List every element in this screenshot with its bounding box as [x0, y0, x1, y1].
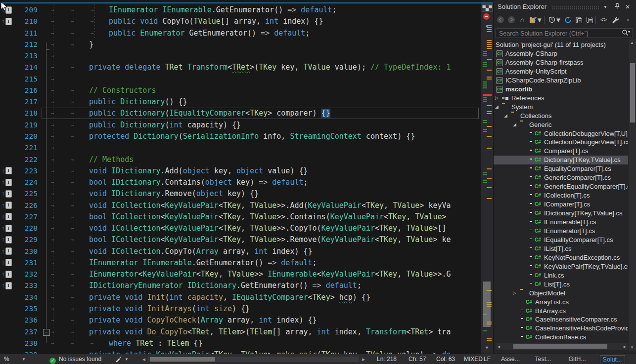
tree-item-collections[interactable]: ◢Collections — [494, 112, 628, 121]
hscrollbar-thumb[interactable] — [150, 357, 215, 362]
search-icon[interactable] — [622, 29, 633, 36]
view-code-icon[interactable]: <> — [598, 15, 608, 25]
code-line-238[interactable]: 238→→→where TRet : TElem {} — [0, 338, 481, 349]
tree-item-ienumerator-t-cs[interactable]: C#IEnumerator[T].cs — [494, 227, 628, 236]
collapse-arrow-icon[interactable]: ◢ — [504, 112, 507, 121]
code-line-218[interactable]: 218→→public Dictionary(IEqualityComparer… — [0, 108, 481, 119]
code-line-234[interactable]: 234→→private void Init(int capacity, IEq… — [0, 292, 481, 303]
tree-item-solution-project-gui-11-of-11-projects-[interactable]: Solution 'project-gui' (11 of 11 project… — [494, 40, 628, 49]
code-line-211[interactable]: 211→→→public Enumerator GetEnumerator() … — [0, 28, 481, 39]
tree-item-icsharpcode-sharpziplib[interactable]: C#ICSharpCode.SharpZipLib — [494, 76, 628, 85]
code-line-212[interactable]: 212→→} — [0, 39, 481, 50]
code-line-233[interactable]: ↑I233→→IDictionaryEnumerator IDictionary… — [0, 280, 481, 291]
tree-item-bitarray-cs[interactable]: C#BitArray.cs — [494, 307, 628, 316]
tree-item-generic[interactable]: ◢Generic — [494, 121, 628, 129]
code-line-227[interactable]: ↑I227→→bool ICollection<KeyValuePair<TKe… — [0, 211, 481, 223]
implements-gutter-icon[interactable]: ↑I — [1, 270, 12, 278]
tree-item-mscorlib[interactable]: C#mscorlib — [494, 85, 628, 94]
code-line-221[interactable]: 221→ — [0, 142, 481, 154]
file-health-error-icon[interactable] — [483, 13, 490, 20]
tree-scroll-down-arrow[interactable]: ▼ — [630, 345, 634, 350]
tree-item-caseinsensitivehashcodeprovider-cs[interactable]: C#CaseInsensitiveHashCodeProvider.cs — [494, 324, 628, 333]
tree-item-collectionbase-cs[interactable]: C#CollectionBase.cs — [494, 333, 628, 342]
implements-gutter-icon[interactable]: ↑I — [1, 247, 12, 255]
editor-hscrollbar[interactable] — [148, 357, 359, 362]
code-line-209[interactable]: ↑I209→→→IEnumerator IEnumerable.GetEnume… — [0, 4, 481, 16]
tree-item-ienumerable-t-cs[interactable]: C#IEnumerable[T].cs — [494, 218, 628, 227]
code-line-236[interactable]: 236→→private void CopyToCheck(Array arra… — [0, 315, 481, 326]
collapse-all-icon[interactable] — [574, 15, 584, 25]
implements-gutter-icon[interactable]: ↑I — [1, 178, 12, 186]
code-line-222[interactable]: 222→→// Methods — [0, 154, 481, 165]
code-line-214[interactable]: 214→→private delegate TRet Transform<TRe… — [0, 62, 481, 73]
code-line-232[interactable]: ↑I232→→IEnumerator<KeyValuePair<TKey, TV… — [0, 269, 481, 280]
tree-item-keynotfoundexception-cs[interactable]: C#KeyNotFoundException.cs — [494, 253, 628, 262]
tree-item-arraylist-cs[interactable]: C#ArrayList.cs — [494, 298, 628, 307]
tree-item-genericcomparer-t-cs[interactable]: C#GenericComparer[T].cs — [494, 173, 628, 182]
implements-gutter-icon[interactable]: ↑I — [1, 259, 12, 267]
tree-item-assembly-csharp-firstpass[interactable]: C#Assembly-CSharp-firstpass — [494, 58, 628, 67]
tree-item-system[interactable]: ◢System — [494, 103, 628, 112]
tree-item-link-cs[interactable]: C#Link.cs — [494, 271, 628, 280]
code-line-220[interactable]: 220→→protected Dictionary(SerializationI… — [0, 131, 481, 142]
panel-tab-asse[interactable]: Asse... — [499, 355, 522, 364]
tree-item-equalitycomparer-t-cs[interactable]: C#EqualityComparer[T].cs — [494, 164, 628, 173]
code-line-226[interactable]: ↑I226→→void ICollection<KeyValuePair<TKe… — [0, 200, 481, 211]
collapse-arrow-icon[interactable]: ◢ — [513, 121, 516, 129]
hscroll-left-arrow[interactable]: ◄ — [141, 354, 146, 364]
tree-item-caseinsensitivecomparer-cs[interactable]: C#CaseInsensitiveComparer.cs — [494, 315, 628, 324]
code-cleanup-icon[interactable] — [115, 354, 122, 363]
code-editor[interactable]: ↑I209→→→IEnumerator IEnumerable.GetEnume… — [0, 0, 481, 354]
scroll-down-arrow[interactable]: ▼ — [481, 345, 493, 350]
window-position-caret-icon[interactable]: ▼ — [603, 5, 607, 9]
tree-item-list-t-cs[interactable]: C#List[T].cs — [494, 280, 628, 289]
hscroll-right-arrow[interactable]: ► — [361, 354, 366, 364]
tree-vscrollbar[interactable]: ▲ ▼ — [629, 40, 636, 351]
code-line-215[interactable]: 215→ — [0, 74, 481, 85]
encoding-indicator[interactable]: MIXED — [464, 354, 483, 364]
tree-item-objectmodel[interactable]: ▷ObjectModel — [494, 289, 628, 298]
code-line-228[interactable]: ↑I228→→void ICollection<KeyValuePair<TKe… — [0, 223, 481, 234]
split-editor-handle[interactable]: ▀▄▀ — [482, 4, 493, 12]
show-all-files-icon[interactable] — [585, 15, 594, 25]
code-line-230[interactable]: ↑I230→→void ICollection.CopyTo(Array arr… — [0, 246, 481, 257]
implements-gutter-icon[interactable]: ↑I — [1, 213, 12, 221]
editor-scrollbar[interactable]: ▀▄▀ ▲ ▼ — [481, 3, 493, 354]
tree-hscroll-left-arrow[interactable]: ◄ — [497, 344, 501, 349]
properties-wrench-icon[interactable] — [610, 15, 620, 25]
line-position[interactable]: Ln: 218 — [377, 354, 397, 364]
sync-caret-icon[interactable]: ▼ — [537, 15, 542, 25]
tree-item-iequalitycomparer-t-cs[interactable]: C#IEqualityComparer[T].cs — [494, 236, 628, 244]
code-line-231[interactable]: ↑I231→→IEnumerator IEnumerable.GetEnumer… — [0, 257, 481, 269]
implements-gutter-icon[interactable]: ↑I — [1, 17, 12, 25]
tree-hscrollbar[interactable]: ◄ ► — [496, 343, 628, 350]
scrollbar-thumb[interactable] — [483, 282, 491, 327]
tree-item-dictionary-tkey-tvalue-cs[interactable]: C#Dictionary[TKey,TValue].cs — [494, 156, 628, 164]
implements-gutter-icon[interactable]: ↑I — [1, 224, 12, 232]
code-line-235[interactable]: 235→→private void InitArrays(int size) {… — [0, 303, 481, 315]
search-input[interactable]: Search Solution Explorer (Ctrl+¨) — [496, 28, 633, 38]
code-line-213[interactable]: 213→ — [0, 50, 481, 62]
tree-item-references[interactable]: ▷References — [494, 94, 628, 103]
home-icon[interactable]: ⌂ — [517, 15, 527, 25]
code-line-210[interactable]: ↑I210→→→public void CopyTo(TValue[] arra… — [0, 16, 481, 27]
tree-item-keyvaluepair-tkey-tvalue-cs[interactable]: C#KeyValuePair[TKey,TValue].cs — [494, 262, 628, 271]
tree-hscroll-right-arrow[interactable]: ► — [623, 344, 627, 349]
tree-item-assembly-unityscript[interactable]: C#Assembly-UnityScript — [494, 67, 628, 76]
panel-tab-test[interactable]: Test... — [532, 355, 553, 364]
issues-indicator[interactable]: ✓No issues found — [49, 354, 101, 364]
code-line-224[interactable]: ↑I224→→bool IDictionary.Contains(object … — [0, 177, 481, 188]
code-line-237[interactable]: 237−→→private void Do_CopyTo<TRet, TElem… — [0, 326, 481, 338]
panel-tab-solut[interactable]: Solut... — [600, 355, 625, 364]
toolbar-overflow-icon[interactable]: » — [623, 15, 633, 25]
tree-hscroll-thumb[interactable] — [513, 344, 607, 349]
fold-collapse-box[interactable]: − — [43, 329, 50, 336]
tree-item-collectiondebuggerview-t-cs[interactable]: C#CollectionDebuggerView[T].cs — [494, 138, 628, 147]
refresh-icon[interactable] — [563, 15, 573, 25]
collapse-arrow-icon[interactable]: ◢ — [495, 103, 499, 112]
code-line-225[interactable]: ↑I225→→void IDictionary.Remove(object ke… — [0, 188, 481, 200]
tree-item-collectiondebuggerview-t-u-cs[interactable]: C#CollectionDebuggerView[T,U].cs — [494, 129, 628, 138]
expand-arrow-icon[interactable]: ▷ — [513, 289, 516, 298]
forward-icon[interactable] — [506, 15, 516, 25]
tree-vscroll-thumb[interactable] — [630, 63, 635, 122]
